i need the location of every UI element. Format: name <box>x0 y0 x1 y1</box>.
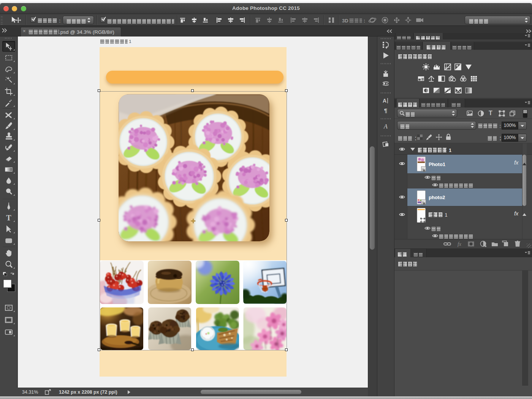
svg-text:T: T <box>6 214 11 222</box>
svg-text:fx: fx <box>458 241 462 247</box>
svg-text:T: T <box>489 110 492 116</box>
svg-text:¶: ¶ <box>384 107 387 114</box>
svg-text:A: A <box>383 123 388 130</box>
svg-text:A: A <box>383 98 386 104</box>
